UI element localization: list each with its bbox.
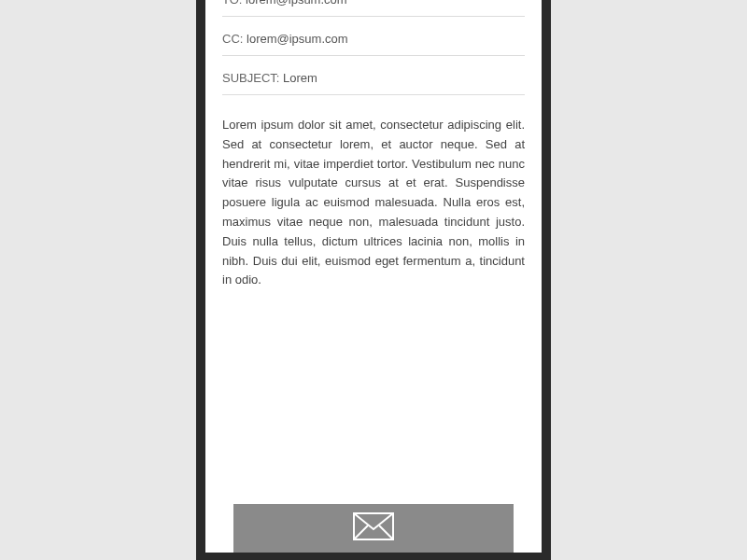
cc-value: lorem@ipsum.com (247, 32, 348, 46)
to-value: lorem@ipsum.com (246, 0, 347, 7)
cc-field[interactable]: CC: lorem@ipsum.com (222, 17, 525, 56)
svg-line-2 (379, 525, 393, 539)
send-button[interactable] (233, 504, 514, 553)
compose-screen: TO: lorem@ipsum.com CC: lorem@ipsum.com … (205, 0, 542, 553)
body-text[interactable]: Lorem ipsum dolor sit amet, consectetur … (222, 95, 525, 290)
to-field[interactable]: TO: lorem@ipsum.com (222, 0, 525, 17)
subject-value: Lorem (283, 71, 317, 85)
subject-label: SUBJECT: (222, 71, 279, 85)
to-label: TO: (222, 0, 242, 7)
svg-line-1 (354, 525, 368, 539)
envelope-icon (353, 512, 394, 544)
subject-field[interactable]: SUBJECT: Lorem (222, 56, 525, 95)
cc-label: CC: (222, 32, 243, 46)
device-frame: TO: lorem@ipsum.com CC: lorem@ipsum.com … (196, 0, 551, 560)
compose-content: TO: lorem@ipsum.com CC: lorem@ipsum.com … (205, 0, 542, 290)
